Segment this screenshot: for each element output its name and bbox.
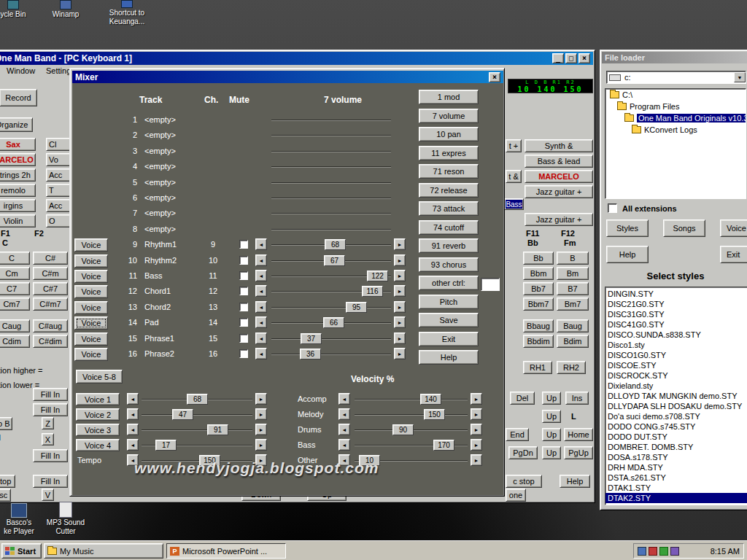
style-part-button[interactable]: MARCELO — [525, 170, 593, 183]
mute-checkbox[interactable] — [239, 349, 248, 358]
fill-in-button[interactable]: Fill In — [33, 388, 68, 401]
file-item[interactable]: DODO DUT.STY — [605, 432, 747, 442]
volume-thumb[interactable]: 36 — [300, 349, 321, 359]
style-part-button[interactable]: Synth & — [525, 139, 593, 152]
style-part-button[interactable]: Bass & lead — [525, 155, 593, 168]
voice-slot-button[interactable]: Sax — [0, 138, 36, 151]
home-button[interactable]: Home — [564, 428, 593, 441]
left-arrow-icon[interactable]: ◄ — [255, 254, 267, 266]
slider-thumb[interactable]: 68 — [187, 394, 208, 405]
slider-thumb[interactable]: 150 — [424, 409, 445, 420]
chord-button[interactable]: Caug — [0, 319, 30, 332]
file-item-selected[interactable]: DTAK2.STY — [605, 493, 747, 503]
tree-item[interactable]: C:\ — [605, 89, 746, 101]
chord-button[interactable]: Baug — [557, 319, 589, 332]
chevron-down-icon[interactable]: ▼ — [734, 72, 746, 82]
fill-in-button[interactable]: Fill In — [33, 475, 68, 488]
menu-window[interactable]: Window — [7, 66, 35, 75]
voice1-button[interactable]: Voice 1 — [76, 393, 120, 405]
chord-button[interactable]: Bb7 — [523, 282, 554, 295]
style-part-button[interactable]: Jazz guitar + — [525, 213, 593, 226]
slider-track[interactable] — [271, 198, 391, 199]
voice-button[interactable]: Voice — [74, 301, 108, 314]
slider-track[interactable] — [271, 182, 391, 184]
chord-button[interactable]: C# — [33, 252, 68, 265]
right-arrow-icon[interactable]: ► — [255, 439, 267, 451]
left-arrow-icon[interactable]: ◄ — [338, 393, 350, 405]
close-icon[interactable]: × — [489, 72, 500, 82]
done-button[interactable]: one — [506, 489, 526, 502]
exit-button[interactable]: Exit — [720, 246, 747, 263]
desktop-icon-mp3-cutter[interactable]: MP3 Sound Cutter — [42, 502, 89, 536]
mute-checkbox[interactable] — [239, 303, 248, 311]
chord-button[interactable]: Bm — [557, 267, 589, 280]
volume-thumb[interactable]: 37 — [301, 333, 322, 344]
right-arrow-icon[interactable]: ► — [255, 408, 267, 420]
right-arrow-icon[interactable]: ► — [471, 424, 482, 435]
chord-button[interactable]: Bb — [523, 252, 554, 265]
voice58-button[interactable]: Voice 5-8 — [76, 370, 123, 384]
styles-button[interactable]: Styles — [606, 219, 649, 237]
up-button[interactable]: Up — [542, 410, 561, 423]
exit-button[interactable]: Exit — [419, 332, 479, 346]
voice-button[interactable]: Voice — [74, 254, 108, 268]
drive-select[interactable]: c: ▼ — [606, 71, 746, 84]
help-button[interactable]: Help — [606, 246, 649, 263]
file-item[interactable]: DISCO.SUNDA.s838.STY — [605, 330, 747, 340]
slider-thumb[interactable]: 17 — [155, 440, 177, 451]
slider-track[interactable]: 68 — [142, 399, 252, 400]
slider-track[interactable] — [271, 135, 391, 136]
mute-checkbox[interactable] — [239, 256, 248, 265]
ctrl-pan-button[interactable]: 10 pan — [419, 127, 479, 141]
volume-thumb[interactable]: 95 — [346, 302, 367, 313]
right-arrow-icon[interactable]: ► — [394, 332, 406, 344]
desktop-icon-winamp[interactable]: Winamp — [42, 0, 89, 19]
desktop-icon-shortcut[interactable]: Shortcut to Keuanga... — [104, 0, 150, 26]
display-tray-icon[interactable] — [638, 547, 646, 556]
all-extensions-checkbox[interactable] — [608, 203, 617, 213]
file-item[interactable]: DLLYDAPA SLH DOSAKU demo.STY — [605, 401, 747, 411]
slider-thumb[interactable]: 47 — [172, 409, 193, 420]
right-arrow-icon[interactable]: ► — [394, 316, 406, 328]
chord-button[interactable]: Bbm7 — [523, 298, 554, 311]
right-arrow-icon[interactable]: ► — [471, 408, 482, 420]
voice-slot-button[interactable]: remolo — [0, 184, 36, 197]
ctrl-chorus-button[interactable]: 93 chorus — [419, 257, 479, 272]
voice3-button[interactable]: Voice 3 — [76, 424, 120, 436]
style-part-button[interactable]: Jazz guitar + — [525, 185, 593, 198]
left-arrow-icon[interactable]: ◄ — [127, 439, 139, 451]
chord-button[interactable]: Bdim — [557, 335, 589, 348]
status-tray-icon[interactable] — [659, 547, 668, 556]
right-arrow-icon[interactable]: ► — [394, 348, 406, 359]
up-button[interactable]: Up — [542, 428, 561, 441]
start-button[interactable]: Start — [1, 543, 42, 559]
left-arrow-icon[interactable]: ◄ — [255, 285, 267, 297]
left-arrow-icon[interactable]: ◄ — [255, 316, 267, 328]
volume-thumb[interactable]: 122 — [367, 271, 388, 281]
stop-button[interactable]: Stop — [0, 475, 15, 488]
tree-item[interactable]: KConvert Logs — [605, 124, 746, 136]
slider-track[interactable]: 37 — [271, 338, 391, 340]
chord-button[interactable]: Bbaug — [523, 319, 554, 332]
voice-button[interactable]: Voice — [74, 316, 108, 330]
pgup-button[interactable]: PgUp — [564, 446, 593, 459]
slider-track[interactable]: 91 — [142, 429, 252, 431]
esc-button[interactable]: Esc — [0, 489, 11, 502]
volume-thumb[interactable]: 66 — [323, 317, 344, 328]
voice-button[interactable]: Voice — [74, 348, 108, 361]
slider-track[interactable] — [271, 151, 391, 152]
pitch-button[interactable]: Pitch — [419, 295, 479, 309]
ins-button[interactable]: Ins — [565, 392, 589, 405]
slider-thumb[interactable]: 140 — [420, 394, 441, 405]
left-arrow-icon[interactable]: ◄ — [127, 424, 139, 435]
slider-track[interactable] — [271, 120, 391, 121]
rh2-button[interactable]: RH2 — [557, 361, 586, 374]
help-button[interactable]: Help — [560, 475, 590, 488]
antivirus-tray-icon[interactable] — [649, 547, 657, 556]
key-v-button[interactable]: V — [42, 489, 54, 501]
left-arrow-icon[interactable]: ◄ — [255, 238, 267, 250]
omb-titlebar[interactable]: One Man Band - [PC Keyboard 1] _ □ × — [0, 52, 593, 65]
left-arrow-icon[interactable]: ◄ — [338, 424, 350, 435]
voice-slot-button[interactable]: MARCELO — [0, 153, 36, 166]
style-part-button[interactable]: t & — [506, 170, 522, 183]
